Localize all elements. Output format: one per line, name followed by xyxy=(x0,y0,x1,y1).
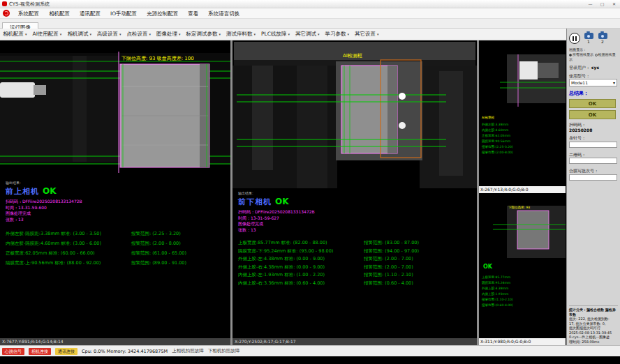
camera-view-front-bottom[interactable]: AI检测框 输出结果: 前下相机 OK 扫码码：DFFiire202502081… xyxy=(232,40,477,338)
tool-other-settings[interactable]: 其它设置▾ xyxy=(352,29,382,40)
result-badge: OK xyxy=(43,186,57,196)
display-options: 画面显示： 所有画线显示 检测画线显示 xyxy=(569,47,618,62)
status-bar: 心跳信号 相机连接 通讯连接 Cpu: 0.0% Memory: 3424.41… xyxy=(0,345,620,356)
measurement-row: 内侧上胶-左:1.93mm 标准: (1.00 - 2.20)报警范围: (1.… xyxy=(238,271,477,280)
camera-icon xyxy=(584,33,593,39)
measurement-row: 正极宽度:62.05mm 标准: (60.00 - 66.00)报警范围: (6… xyxy=(6,248,230,258)
tool-spot-check[interactable]: 点检设置▾ xyxy=(124,29,154,40)
time-line: 时间：13-31-59-600 xyxy=(6,205,230,211)
qr-code-input[interactable] xyxy=(569,158,617,164)
menu-camera-config[interactable]: 相机配置 xyxy=(44,8,75,19)
scene-annotation: 下限位高度: 93 吸盘高度差: 100 xyxy=(121,56,194,61)
tool-calibration-params[interactable]: 标定调试参数▾ xyxy=(183,29,223,40)
output-result-label: 输出结果: xyxy=(6,181,230,185)
app-logo-icon xyxy=(3,10,10,17)
top-camera-fault-label: 上相机拍照故障 xyxy=(172,348,204,354)
svg-text:外侧上胶:4.38mm: 外侧上胶:4.38mm xyxy=(482,286,508,291)
menubar: 系统配置 相机配置 通讯配置 IO手动配置 光源控制配置 查看 系统语言切换 xyxy=(0,8,620,19)
app-window: CYS-视觉检测系统 — ▢ ✕ 系统配置 相机配置 通讯配置 IO手动配置 光… xyxy=(0,0,620,364)
cursor-coords-thumb-top: X:267;Y:13;R:0;G:0;B:0 xyxy=(479,186,566,193)
camera-result-block: 输出结果: 前下相机 OK 扫码码：DFFiire202502081331347… xyxy=(232,188,477,287)
right-control-panel: 1 2 画面显示： 所有画线显示 检测画线显示 登录用户： cys 使用型号： … xyxy=(566,29,620,345)
radio-icon xyxy=(569,54,572,56)
statistics-block: 统计分类：漏检合格数 漏检异常数 批次: 222, 批次检测到数: 17, 批次… xyxy=(569,305,618,344)
camera-result-block: 输出结果: 前上相机 OK 扫码码：DFFiire202502081331347… xyxy=(0,178,230,268)
measurement-row: 外侧左胶-隔膜距:3.38mm 标准: (3.00 - 3.50)报警范围: (… xyxy=(6,229,230,238)
svg-text:报警范围:(1.10-2.10): 报警范围:(1.10-2.10) xyxy=(481,297,513,301)
barcode-line: 扫码码：DFFiire2025020813313472B xyxy=(238,209,477,215)
login-user-value: cys xyxy=(591,65,599,70)
close-button[interactable]: ✕ xyxy=(608,0,620,8)
measurement-row: 内侧上胶-右:3.36mm 标准: (0.60 - 4.00)报警范围: (0.… xyxy=(238,280,477,288)
menu-view[interactable]: 查看 xyxy=(183,8,203,19)
cursor-coords-front-top: X:7677;Y:891;R:14;G:14;B:14 xyxy=(0,338,230,345)
barcode-line: 扫码码：DFFiire2025020813313472B xyxy=(6,199,230,205)
measurement-row: 内侧左胶-隔膜距:4.60mm 标准: (3.00 - 6.00)报警范围: (… xyxy=(6,238,230,248)
model-label: 使用型号： xyxy=(569,73,590,78)
batch-number-label: 合膜写批次号： xyxy=(569,168,598,173)
tool-camera-config[interactable]: 相机配置▾ xyxy=(0,29,30,40)
svg-text:外侧左胶:3.38mm: 外侧左胶:3.38mm xyxy=(482,122,508,127)
tool-test-stop-count[interactable]: 测试停料数▾ xyxy=(223,29,258,40)
barcode-value: 20250208 xyxy=(569,128,592,132)
measurement-row: 隔膜宽度-下:95.24mm 标准: (93.00 - 98.00)报警范围: … xyxy=(238,248,477,256)
camera-title: 前上相机 xyxy=(6,186,39,197)
tool-learn-params[interactable]: 学习参数▾ xyxy=(322,29,352,40)
menu-comm-config[interactable]: 通讯配置 xyxy=(75,8,105,19)
menu-language-switch[interactable]: 系统语言切换 xyxy=(203,8,244,19)
camera-view-front-top[interactable]: 下限位高度: 93 吸盘高度差: 100 输出结果: 前上相机 OK 扫码码：D… xyxy=(0,40,230,338)
comm-link-indicator: 通讯连接 xyxy=(55,348,78,355)
measurement-row: 外侧上胶-左:4.38mm 标准: (0.00 - 9.00)报警范围: (2.… xyxy=(238,255,477,264)
camera-scene-front-bottom[interactable]: AI检测框 xyxy=(232,40,477,188)
tool-advanced-settings[interactable]: 高级设置▾ xyxy=(94,29,124,40)
thumbnail-view-top[interactable]: AI检测框 外侧左胶:3.38mm 内侧左胶:4.60mm 正极宽度:62.05… xyxy=(479,40,566,186)
thumb-annotation: 下限位高度: 93 xyxy=(508,206,530,209)
measurement-row: 上极宽度:85.77mm 标准: (82.00 - 88.00)报警范围: (8… xyxy=(238,239,477,248)
bottom-camera-fault-label: 下相机拍照故障 xyxy=(208,348,240,354)
count-line: 张数：13 xyxy=(238,227,477,234)
toolbar: 相机配置▾ AI使用配置▾ 相机调试▾ 高级设置▾ 点检设置▾ 图像处理▾ 标定… xyxy=(0,29,566,40)
svg-text:报警范围:(2.00-8.00): 报警范围:(2.00-8.00) xyxy=(481,150,513,154)
bottom-strip xyxy=(0,356,620,364)
total-result-box-2: OK xyxy=(569,110,616,119)
camera-2-button[interactable]: 2 xyxy=(597,33,608,44)
cursor-coords-thumb-bottom: X:311;Y:980;R:0;G:0;B:0 xyxy=(479,338,566,345)
minimize-button[interactable]: — xyxy=(584,0,596,8)
tool-image-processing[interactable]: 图像处理▾ xyxy=(154,29,184,40)
svg-text:上极宽度:85.77mm: 上极宽度:85.77mm xyxy=(482,275,510,279)
option-all-lines[interactable]: 所有画线显示 xyxy=(569,52,593,56)
tool-plc-fault[interactable]: PLC线故障▾ xyxy=(258,29,293,40)
pin-number-label: 条针号： xyxy=(569,135,586,140)
statistics-header: 统计分类：漏检合格数 漏检异常数 xyxy=(569,308,618,317)
tool-camera-debug[interactable]: 相机调试▾ xyxy=(64,29,94,40)
thumbnail-view-bottom[interactable]: 下限位高度: 93 OK 上极宽度:85.77mm 隔膜宽度:95.24mm 外… xyxy=(479,193,566,338)
batch-number-input[interactable] xyxy=(569,174,617,181)
menu-system-config[interactable]: 系统配置 xyxy=(13,8,44,19)
camera-title: 前下相机 xyxy=(238,197,272,207)
menu-light-control-config[interactable]: 光源控制配置 xyxy=(142,8,183,19)
svg-text:报警范围:(2.25-3.20): 报警范围:(2.25-3.20) xyxy=(481,144,513,149)
heartbeat-indicator: 心跳信号 xyxy=(2,348,24,355)
process-status-line: 图像处理完成 xyxy=(238,221,477,227)
tab-strip: 运行图像 xyxy=(0,19,620,29)
model-select[interactable]: Mode11 ▾ xyxy=(569,79,617,86)
menu-io-manual-config[interactable]: IO手动配置 xyxy=(105,8,142,19)
total-result-label: 总结果： xyxy=(569,90,618,97)
scene-annotation: AI检测框 xyxy=(343,53,362,59)
maximize-button[interactable]: ▢ xyxy=(596,0,608,8)
svg-text:报警范围:(0.60-4.00): 报警范围:(0.60-4.00) xyxy=(481,303,513,307)
barcode-label: 扫码码： xyxy=(569,122,586,127)
camera-1-button[interactable]: 1 xyxy=(583,33,594,44)
camera-link-indicator: 相机连接 xyxy=(29,348,51,355)
tool-ai-config[interactable]: AI使用配置▾ xyxy=(30,29,65,40)
measurement-row: 外侧上胶-右:4.38mm 标准: (0.00 - 9.00)报警范围: (2.… xyxy=(238,264,477,272)
count-line: 张数：13 xyxy=(6,217,230,223)
cursor-coords-front-bottom: X:270;Y:2502;R:17;G:17;B:17 xyxy=(232,338,477,345)
thumb-result-badge: OK xyxy=(483,264,493,270)
pin-number-input[interactable] xyxy=(569,142,617,148)
camera-scene-front-top[interactable]: 下限位高度: 93 吸盘高度差: 100 xyxy=(0,40,230,178)
pause-button[interactable] xyxy=(569,33,580,44)
thumb-annotation: AI检测框 xyxy=(482,115,494,119)
tool-other-debug[interactable]: 其它调试▾ xyxy=(293,29,323,40)
svg-text:正极宽度:62.05mm: 正极宽度:62.05mm xyxy=(481,133,510,137)
